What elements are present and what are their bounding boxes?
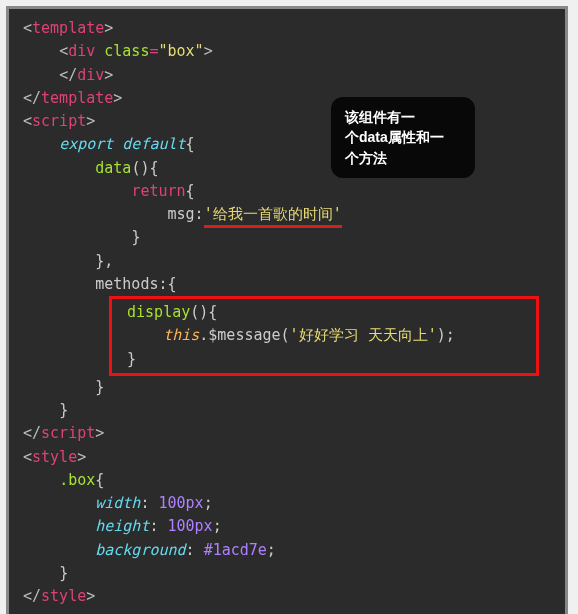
code-line: } [9,376,565,399]
code-line: data(){ [9,157,565,180]
code-line: </template> [9,87,565,110]
highlight-box: display(){ this.$message('好好学习 天天向上'); } [109,296,539,376]
code-line: } [9,562,565,585]
code-line: } [9,226,565,249]
code-line: }, [9,250,565,273]
code-line: methods:{ [9,273,565,296]
highlighted-string: '给我一首歌的时间' [204,205,342,228]
code-line: } [9,399,565,422]
annotation-tooltip: 该组件有一 个data属性和一 个方法 [331,97,475,178]
tooltip-line: 该组件有一 [345,109,415,125]
code-line: </script> [9,422,565,445]
code-line: <script> [9,110,565,133]
code-line: display(){ [112,301,536,324]
code-line: <template> [9,17,565,40]
code-line: height: 100px; [9,515,565,538]
code-line: width: 100px; [9,492,565,515]
code-line: <style> [9,446,565,469]
code-line: this.$message('好好学习 天天向上'); [112,324,536,347]
code-line: <div class="box"> [9,40,565,63]
code-line: background: #1acd7e; [9,539,565,562]
code-line: return{ [9,180,565,203]
code-line: export default{ [9,133,565,156]
code-line: </style> [9,585,565,608]
code-editor-viewport: 该组件有一 个data属性和一 个方法 <template> <div clas… [6,6,568,614]
code-line: .box{ [9,469,565,492]
code-line: msg:'给我一首歌的时间' [9,203,565,226]
tooltip-line: 个data属性和一 [345,129,444,145]
code-line: } [112,348,536,371]
tooltip-line: 个方法 [345,150,387,166]
code-line: </div> [9,64,565,87]
